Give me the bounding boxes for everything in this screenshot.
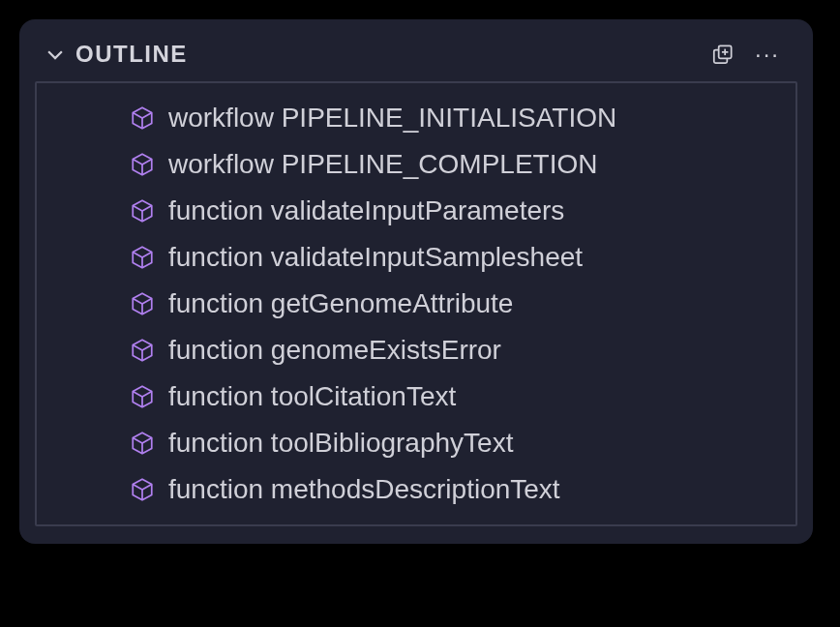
outline-item-label: workflow PIPELINE_INITIALISATION: [168, 103, 616, 134]
outline-item[interactable]: function genomeExistsError: [37, 327, 795, 373]
outline-item-label: function genomeExistsError: [168, 335, 501, 366]
outline-item-label: function toolBibliographyText: [168, 428, 513, 459]
outline-item-label: function validateInputSamplesheet: [168, 242, 583, 273]
outline-content: workflow PIPELINE_INITIALISATION workflo…: [35, 81, 797, 526]
header-actions: ···: [710, 42, 788, 67]
outline-item[interactable]: function methodsDescriptionText: [37, 466, 795, 513]
module-icon: [130, 291, 155, 316]
outline-item[interactable]: workflow PIPELINE_INITIALISATION: [37, 95, 795, 141]
outline-title: OUTLINE: [75, 41, 710, 68]
module-icon: [130, 384, 155, 409]
outline-panel: OUTLINE ··· workflow PIPEL: [19, 19, 813, 544]
module-icon: [130, 431, 155, 456]
module-icon: [130, 477, 155, 502]
outline-item-label: workflow PIPELINE_COMPLETION: [168, 149, 597, 180]
collapse-all-icon[interactable]: [710, 42, 735, 67]
module-icon: [130, 198, 155, 224]
outline-item[interactable]: function getGenomeAttribute: [37, 281, 795, 327]
more-actions-icon[interactable]: ···: [755, 43, 788, 66]
outline-item[interactable]: workflow PIPELINE_COMPLETION: [37, 141, 795, 188]
module-icon: [130, 152, 155, 177]
outline-item[interactable]: function validateInputSamplesheet: [37, 234, 795, 281]
outline-item[interactable]: function validateInputParameters: [37, 188, 795, 234]
outline-header[interactable]: OUTLINE ···: [31, 33, 801, 81]
module-icon: [130, 245, 155, 270]
outline-item-label: function validateInputParameters: [168, 195, 564, 226]
outline-item-label: function getGenomeAttribute: [168, 288, 513, 319]
outline-item-label: function toolCitationText: [168, 381, 456, 412]
module-icon: [130, 338, 155, 363]
outline-item[interactable]: function toolCitationText: [37, 373, 795, 420]
outline-item[interactable]: function toolBibliographyText: [37, 420, 795, 466]
module-icon: [130, 105, 155, 131]
outline-item-label: function methodsDescriptionText: [168, 474, 560, 505]
chevron-down-icon: [45, 44, 66, 65]
